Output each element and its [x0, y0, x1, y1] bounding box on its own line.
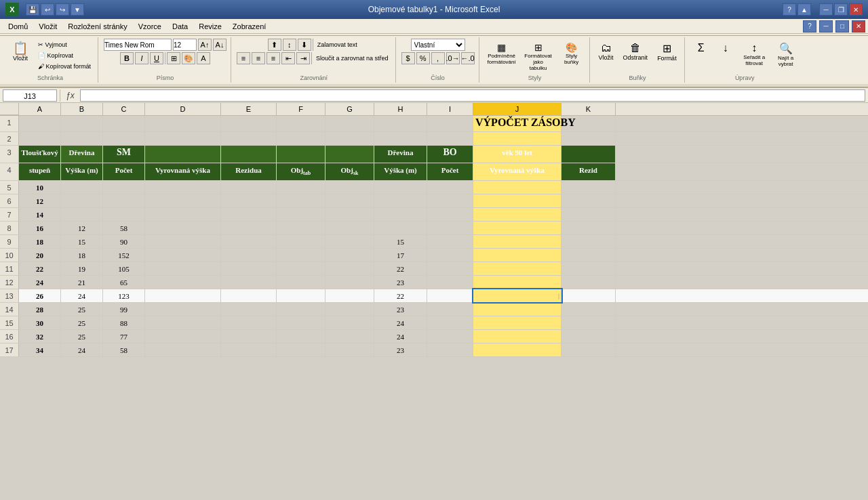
cell-d17[interactable]: [145, 343, 221, 356]
cut-button[interactable]: ✂ Vyjmout: [35, 40, 94, 49]
col-header-d[interactable]: D: [145, 103, 221, 115]
cell-k15[interactable]: [561, 316, 616, 329]
undo-btn[interactable]: ↩: [41, 3, 54, 16]
cell-g10[interactable]: [326, 249, 374, 262]
cell-k14[interactable]: [561, 303, 616, 316]
cell-j5[interactable]: [473, 181, 561, 194]
cell-i15[interactable]: [427, 316, 473, 329]
cell-a4[interactable]: stupeň: [19, 163, 61, 180]
cell-h11[interactable]: 22: [374, 262, 427, 275]
align-center-btn[interactable]: ≡: [252, 52, 265, 64]
cell-k2[interactable]: [561, 132, 616, 145]
cell-a7[interactable]: 14: [19, 208, 61, 221]
cell-k16[interactable]: [561, 330, 616, 343]
cell-a11[interactable]: 22: [19, 262, 61, 275]
cell-k6[interactable]: [561, 194, 616, 207]
border-btn[interactable]: ⊞: [167, 52, 180, 64]
cell-b3[interactable]: Dřevina: [61, 146, 103, 163]
cell-b15[interactable]: 25: [61, 316, 103, 329]
cell-a5[interactable]: 10: [19, 181, 61, 194]
align-middle-btn[interactable]: ↕: [283, 39, 296, 51]
col-header-k[interactable]: K: [561, 103, 616, 115]
cell-f13[interactable]: [277, 289, 326, 302]
paste-button[interactable]: 📋 Vložit: [7, 40, 34, 64]
cell-i3[interactable]: BO: [427, 146, 473, 163]
cell-c12[interactable]: 65: [103, 276, 145, 289]
merge-center-btn[interactable]: Sloučit a zarovnat na střed: [313, 54, 391, 63]
font-color-btn[interactable]: A: [197, 52, 210, 64]
cell-c9[interactable]: 90: [103, 235, 145, 248]
cell-i12[interactable]: [427, 276, 473, 289]
cell-i4[interactable]: Počet: [427, 163, 473, 180]
cell-i2[interactable]: [427, 132, 473, 145]
cell-c15[interactable]: 88: [103, 316, 145, 329]
col-header-a[interactable]: A: [19, 103, 61, 115]
cell-j15[interactable]: [473, 316, 561, 329]
cell-h12[interactable]: 23: [374, 276, 427, 289]
cell-j8[interactable]: [473, 222, 561, 234]
customize-btn[interactable]: ▼: [71, 3, 84, 16]
name-box[interactable]: J13: [3, 89, 57, 102]
font-size-input[interactable]: [173, 39, 197, 51]
cell-b16[interactable]: 25: [61, 330, 103, 343]
cell-i10[interactable]: [427, 249, 473, 262]
cell-k3[interactable]: [561, 146, 616, 163]
menu-formulas[interactable]: Vzorce: [133, 21, 167, 32]
find-select-btn[interactable]: 🔍 Najít a vybrat: [772, 40, 800, 69]
ribbon-min-btn[interactable]: ─: [819, 20, 833, 33]
cell-g7[interactable]: [326, 208, 374, 221]
cell-d13[interactable]: [145, 289, 221, 302]
cell-j3[interactable]: věk 90 let: [473, 146, 561, 163]
wrap-text-btn[interactable]: Zalamovat text: [315, 40, 360, 49]
cell-b13[interactable]: 24: [61, 289, 103, 302]
cell-j13[interactable]: |: [473, 289, 561, 302]
cell-e10[interactable]: [221, 249, 277, 262]
cell-a17[interactable]: 34: [19, 343, 61, 356]
increase-indent-btn[interactable]: ⇥: [296, 52, 310, 64]
cell-j16[interactable]: [473, 330, 561, 343]
sort-filter-btn[interactable]: ↕ Seřadit a filtrovat: [739, 40, 770, 68]
cell-c13[interactable]: 123: [103, 289, 145, 302]
cell-g1[interactable]: [326, 116, 374, 131]
copy-button[interactable]: 📄 Kopírovat: [35, 51, 94, 60]
cell-c5[interactable]: [103, 181, 145, 194]
increase-font-btn[interactable]: A↑: [198, 39, 212, 51]
cell-e15[interactable]: [221, 316, 277, 329]
cell-f4[interactable]: Objtab: [277, 163, 326, 180]
cell-f17[interactable]: [277, 343, 326, 356]
cell-e9[interactable]: [221, 235, 277, 248]
cell-f6[interactable]: [277, 194, 326, 207]
cell-i13[interactable]: [427, 289, 473, 302]
format-as-table-btn[interactable]: ⊞ Formátovat jako tabulku: [521, 40, 555, 73]
cell-d7[interactable]: [145, 208, 221, 221]
decrease-decimal-btn[interactable]: ←.0: [461, 52, 475, 64]
delete-btn[interactable]: 🗑 Odstranit: [620, 40, 652, 63]
underline-btn[interactable]: U: [150, 52, 163, 64]
font-name-input[interactable]: [104, 39, 172, 51]
cell-e14[interactable]: [221, 303, 277, 316]
cell-h5[interactable]: [374, 181, 427, 194]
cell-a3[interactable]: Tloušťkový: [19, 146, 61, 163]
cell-e13[interactable]: [221, 289, 277, 302]
redo-btn[interactable]: ↪: [56, 3, 69, 16]
decrease-font-btn[interactable]: A↓: [213, 39, 226, 51]
cell-c7[interactable]: [103, 208, 145, 221]
conditional-format-btn[interactable]: ▦ Podmíněné formátování: [485, 40, 519, 67]
cell-c4[interactable]: Počet: [103, 163, 145, 180]
cell-i1[interactable]: [427, 116, 473, 131]
increase-decimal-btn[interactable]: .0→: [446, 52, 460, 64]
cell-g13[interactable]: [326, 289, 374, 302]
menu-review[interactable]: Revize: [193, 21, 227, 32]
cell-b4[interactable]: Výška (m): [61, 163, 103, 180]
cell-k4[interactable]: Rezid: [561, 163, 616, 180]
cell-b6[interactable]: [61, 194, 103, 207]
cell-b9[interactable]: 15: [61, 235, 103, 248]
cell-k5[interactable]: [561, 181, 616, 194]
cell-d6[interactable]: [145, 194, 221, 207]
cell-g15[interactable]: [326, 316, 374, 329]
cell-a9[interactable]: 18: [19, 235, 61, 248]
cell-e3[interactable]: [221, 146, 277, 163]
cell-k12[interactable]: [561, 276, 616, 289]
cell-e8[interactable]: [221, 222, 277, 234]
cell-a14[interactable]: 28: [19, 303, 61, 316]
